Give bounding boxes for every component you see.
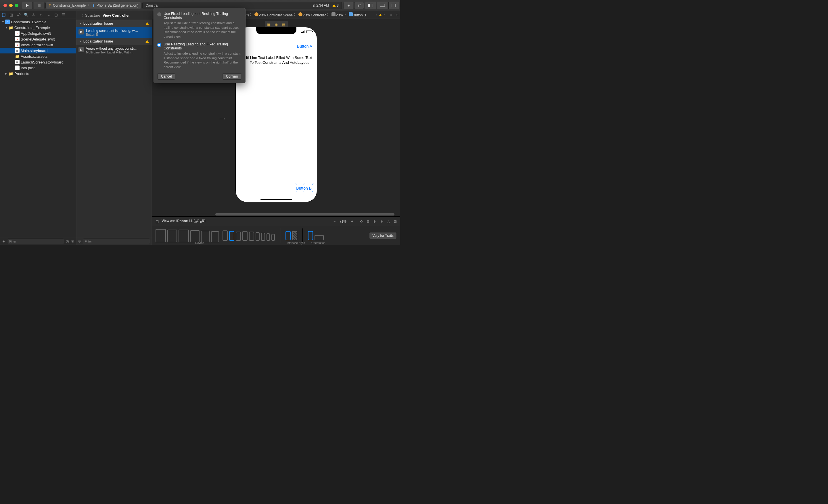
svg-rect-4: [380, 6, 385, 7]
device-iphone-3[interactable]: [236, 232, 241, 241]
tree-file-infoplist[interactable]: Info.plist: [0, 65, 76, 71]
embed-in-icon[interactable]: ⊟: [367, 220, 369, 224]
zoom-in-button[interactable]: ＋: [350, 219, 354, 224]
show-inspectors-button[interactable]: [388, 2, 399, 9]
add-button[interactable]: ＋: [2, 239, 5, 244]
device-iphone-9[interactable]: [272, 234, 275, 241]
scm-filter-icon[interactable]: ▣: [71, 239, 74, 243]
device-iphone-6[interactable]: [256, 232, 260, 241]
device-ipad-2[interactable]: [167, 230, 177, 242]
show-navigator-button[interactable]: [365, 2, 376, 9]
view-as-label[interactable]: View as: iPhone 11 (wC hR): [162, 219, 206, 224]
debug-navigator-tab[interactable]: ≡: [46, 12, 51, 17]
selection-handles[interactable]: [295, 184, 314, 192]
tree-file-appdelegate[interactable]: sAppDelegate.swift: [0, 31, 76, 36]
report-navigator-tab[interactable]: ☰: [61, 12, 66, 17]
device-ipad-4[interactable]: [190, 230, 200, 242]
pin-icon[interactable]: ⊩: [380, 220, 383, 224]
issue-navigator-tab[interactable]: ⚠: [31, 12, 36, 17]
editor-options-icon[interactable]: ⊡: [394, 220, 397, 224]
device-ipad-3[interactable]: [178, 230, 189, 242]
issue-item-2[interactable]: L Views without any layout constr… Multi…: [76, 45, 152, 56]
add-editor-icon[interactable]: ⊕: [396, 13, 399, 17]
device-ipad-1[interactable]: [156, 229, 166, 242]
outline-toggle-icon[interactable]: ◫: [156, 220, 159, 224]
breakpoint-navigator-tab[interactable]: ▢: [53, 12, 59, 17]
device-iphone-7[interactable]: [261, 233, 265, 241]
canvas-multiline-label[interactable]: lti-Line Text Label Filled With Some Tex…: [246, 55, 312, 65]
close-window-button[interactable]: [3, 4, 7, 7]
navigator-filter-input[interactable]: [7, 238, 64, 244]
tree-group[interactable]: ▼📁Constraints_Example: [0, 25, 76, 31]
device-section-label: Device: [195, 241, 204, 244]
zoom-window-button[interactable]: [15, 4, 18, 7]
run-button[interactable]: [22, 2, 33, 9]
library-button[interactable]: ＋: [343, 2, 353, 9]
outline-back[interactable]: Structure: [85, 13, 100, 17]
radio-checked-icon[interactable]: [157, 43, 161, 47]
tree-project-root[interactable]: ▼AConstraints_Example: [0, 19, 76, 25]
style-light[interactable]: [286, 231, 291, 240]
symbol-navigator-tab[interactable]: ☍: [16, 12, 21, 17]
warning-icon: [146, 40, 149, 43]
find-navigator-tab[interactable]: 🔍: [24, 12, 29, 17]
issue-header-1[interactable]: ▼ Localization Issue: [76, 20, 152, 27]
resolve-issues-icon[interactable]: △: [387, 220, 390, 224]
tree-file-launchscreen[interactable]: ▦LaunchScreen.storyboard: [0, 59, 76, 65]
show-debug-area-button[interactable]: [377, 2, 387, 9]
vary-for-traits-button[interactable]: Vary for Traits: [369, 232, 397, 239]
update-frames-icon[interactable]: ⟲: [360, 220, 363, 224]
tree-file-assets[interactable]: 📁Assets.xcassets: [0, 53, 76, 59]
tree-products[interactable]: ▶📁Products: [0, 71, 76, 77]
warning-icon[interactable]: [379, 14, 382, 16]
cancel-button[interactable]: Cancel: [157, 73, 175, 80]
status-left: Constrai: [146, 3, 158, 7]
source-control-navigator-tab[interactable]: ◫: [9, 12, 14, 17]
align-icon[interactable]: ⊫: [373, 220, 376, 224]
jump-next-icon[interactable]: 〉: [383, 12, 387, 17]
tree-file-viewcontroller[interactable]: sViewController.swift: [0, 42, 76, 48]
style-dark[interactable]: [292, 231, 297, 240]
popover-option-1[interactable]: Use Fixed Leading and Resizing Trailing …: [154, 9, 245, 40]
device-iphone-8[interactable]: [266, 233, 270, 241]
zoom-out-button[interactable]: −: [333, 220, 335, 224]
adjust-editor-icon[interactable]: ≡: [390, 13, 392, 17]
minimize-window-button[interactable]: [9, 4, 13, 7]
project-navigator-tab[interactable]: [1, 12, 6, 17]
confirm-button[interactable]: Confirm: [222, 73, 242, 80]
jump-prev-icon[interactable]: 〈: [374, 12, 377, 17]
test-navigator-tab[interactable]: ◇: [39, 12, 44, 17]
interface-style: [286, 231, 297, 240]
canvas-tool-2[interactable]: ◉: [274, 22, 279, 27]
tree-file-mainstoryboard[interactable]: ▦Main.storyboard: [0, 48, 76, 53]
radio-unchecked-icon[interactable]: [157, 12, 161, 16]
device-ipad-5[interactable]: [201, 231, 210, 242]
orientation-portrait[interactable]: [308, 231, 313, 240]
canvas-tool-1[interactable]: ▣: [266, 22, 272, 27]
battery-icon: [306, 30, 312, 33]
scheme-selector[interactable]: ⚙ Constraints_Example 〉 ▮ iPhone SE (2nd…: [45, 2, 141, 9]
outline-filter-input[interactable]: [83, 238, 150, 244]
device-iphone-selected[interactable]: [229, 231, 234, 241]
orientation-landscape[interactable]: [315, 235, 324, 240]
signal-icon: [301, 30, 305, 33]
popover-option-2[interactable]: Use Resizing Leading and Fixed Trailing …: [154, 40, 245, 71]
device-iphone-5[interactable]: [249, 232, 254, 241]
device-iphone-4[interactable]: [242, 231, 248, 241]
device-ipad-6[interactable]: [211, 231, 219, 242]
canvas-scrollbar[interactable]: [215, 212, 395, 216]
code-review-button[interactable]: ⇄: [354, 2, 364, 9]
device-iphone-1[interactable]: [222, 230, 228, 241]
tree-file-scenedelegate[interactable]: sSceneDelegate.swift: [0, 36, 76, 42]
canvas-tool-3[interactable]: ▦: [281, 22, 287, 27]
issues-badge[interactable]: 3: [332, 3, 339, 7]
status-right: at 2:34 AM: [313, 3, 329, 7]
issue-header-2[interactable]: ▼ Localization Issue: [76, 38, 152, 45]
issue-item-1[interactable]: B Leading constraint is missing, w… Butt…: [76, 27, 152, 38]
recent-filter-icon[interactable]: ◷: [66, 239, 69, 243]
zoom-level[interactable]: 71%: [339, 220, 346, 224]
warning-icon: [332, 4, 336, 7]
canvas-button-a[interactable]: Button A: [297, 44, 312, 49]
stop-button[interactable]: [34, 2, 45, 9]
entry-point-arrow-icon[interactable]: →: [218, 113, 227, 124]
